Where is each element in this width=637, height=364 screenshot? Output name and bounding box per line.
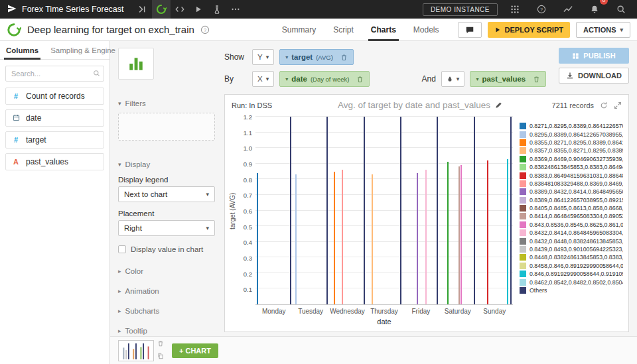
bar-slot (474, 117, 475, 304)
chevron-down-icon: ▾ (118, 100, 121, 107)
legend-item[interactable]: 0.8448,0.838248613845853,0.8383,0... (520, 253, 623, 261)
legend-item[interactable]: 0.8458,0.846,0.891929990058644,0.9... (520, 262, 623, 270)
flow-icon[interactable] (133, 0, 152, 19)
monitoring-trend-icon[interactable] (559, 0, 577, 19)
chart-thumbnail[interactable] (118, 340, 154, 361)
x-axis-select[interactable]: X ▾ (252, 71, 274, 87)
lab-flask-icon[interactable] (208, 0, 226, 19)
bar[interactable] (326, 117, 328, 304)
column-item-past-values[interactable]: Apast_values (5, 153, 104, 170)
tab-models[interactable]: Models (405, 19, 448, 41)
legend-item[interactable]: 0.8462,0.8542,0.8482,0.8502,0.8504,0... (520, 278, 623, 286)
tab-charts[interactable]: Charts (362, 19, 405, 41)
y-tick-label: 0.1 (244, 286, 252, 293)
legend-item[interactable]: Others (520, 286, 623, 294)
sidebar-tab-columns[interactable]: Columns (0, 41, 44, 59)
legend-item[interactable]: 0.838481083329488,0.8369,0.8469,... (520, 180, 623, 188)
bar[interactable] (437, 117, 438, 304)
refresh-icon[interactable] (600, 101, 608, 109)
legend-item[interactable]: 0.8369,0.8469,0.904690632735939,0... (520, 155, 623, 163)
download-button[interactable]: DOWNLOAD (559, 68, 629, 84)
search-input[interactable] (5, 66, 104, 82)
home-link[interactable]: Forex Time Series Forecast (7, 3, 124, 16)
apps-waffle-icon[interactable] (506, 0, 524, 19)
legend-item[interactable]: 0.8432,0.8448,0.838248613845853,0... (520, 237, 623, 245)
bar[interactable] (400, 117, 401, 304)
bar-group-tuesday (292, 117, 328, 304)
display-value-checkbox[interactable] (118, 245, 126, 253)
chevron-right-icon: ▸ (118, 308, 121, 314)
x-qualifier: (Day of week) (311, 76, 350, 83)
y-axis-title: target (AVG) (228, 117, 238, 305)
trash-icon[interactable] (157, 339, 164, 349)
legend-swatch (520, 246, 526, 253)
y-axis-select[interactable]: Y ▾ (252, 49, 274, 65)
bar[interactable] (364, 117, 365, 304)
deploy-script-button[interactable]: DEPLOY SCRIPT (488, 22, 570, 38)
tab-summary[interactable]: Summary (273, 19, 324, 41)
legend-label: 0.8462,0.8542,0.8482,0.8502,0.8504,0... (530, 279, 623, 286)
legend-item[interactable]: 0.8383,0.864948159631031,0.886488... (520, 171, 623, 179)
recipe-swirl-icon[interactable] (152, 0, 171, 19)
more-icon[interactable] (226, 0, 245, 19)
sidebar-tab-sampling-engine[interactable]: Sampling & Engine (44, 41, 121, 59)
tab-script[interactable]: Script (324, 19, 362, 41)
section-subcharts[interactable]: ▸Subcharts (118, 301, 215, 321)
filters-dropzone[interactable] (118, 113, 215, 141)
legend-label: 0.8369,0.8469,0.904690632735939,0... (530, 156, 623, 162)
x-dimension-chip[interactable]: ▾ date (Day of week) (279, 71, 370, 87)
section-animation[interactable]: ▸Animation (118, 281, 215, 301)
trash-icon[interactable] (340, 54, 348, 61)
column-item-date[interactable]: date (5, 109, 104, 127)
notifications-bell-icon[interactable]: 0 (585, 0, 604, 19)
legend-item[interactable]: 0.8405,0.8485,0.8613,0.858,0.8668,0... (520, 204, 623, 212)
legend-item[interactable]: 0.8295,0.8389,0.864122657038955,0... (520, 130, 623, 138)
section-label: Tooltip (125, 327, 147, 335)
y-measure-chip[interactable]: ▾ target (AVG) (279, 49, 354, 65)
discussions-button[interactable] (458, 22, 482, 38)
legend-item[interactable]: 0.8439,0.8493,0.901005694225323,0... (520, 245, 623, 253)
dss-swirl-logo (7, 23, 21, 37)
bar[interactable] (290, 117, 291, 304)
legend-item[interactable]: 0.8414,0.864845965083304,0.890530... (520, 212, 623, 220)
legend-item[interactable]: 0.846,0.891929990058644,0.919109... (520, 270, 623, 278)
y-field-name: target (291, 53, 313, 61)
color-dimension-select[interactable]: ▾ (441, 71, 465, 87)
legend-item[interactable]: 0.838248613845853,0.8383,0.864948... (520, 163, 623, 171)
legend-item[interactable]: 0.843,0.8536,0.8545,0.8625,0.861,0.9... (520, 221, 623, 229)
duplicate-icon[interactable] (157, 352, 164, 361)
legend-item[interactable]: 0.8357,0.8355,0.8271,0.8295,0.8389,0... (520, 147, 623, 154)
filters-section-header[interactable]: ▾ Filters (118, 99, 215, 107)
demo-instance-button[interactable]: DEMO INSTANCE (423, 3, 498, 16)
bar[interactable] (510, 117, 512, 304)
column-item-count-of-records[interactable]: #Count of records (5, 88, 104, 105)
placement-select[interactable]: Right ▾ (118, 220, 215, 236)
display-section-header[interactable]: ▾ Display (118, 160, 215, 168)
column-item-target[interactable]: #target (5, 131, 104, 149)
edit-title-pencil-icon[interactable] (495, 101, 502, 109)
chart-type-picker[interactable] (118, 48, 154, 80)
legend-item[interactable]: 0.8389,0.8432,0.8414,0.86484956508... (520, 188, 623, 196)
section-color[interactable]: ▸Color (118, 261, 215, 281)
actions-button[interactable]: ACTIONS ▾ (576, 22, 630, 38)
columns-sidebar: ColumnsSampling & Engine #Count of recor… (0, 41, 110, 364)
recipe-info-icon[interactable] (200, 25, 210, 34)
bar[interactable] (474, 117, 475, 304)
legend-item[interactable]: 0.8432,0.8414,0.864845965083304,0... (520, 229, 623, 237)
project-name[interactable]: Forex Time Series Forecast (22, 5, 124, 14)
add-chart-button[interactable]: + CHART (172, 343, 218, 358)
expand-icon[interactable] (614, 101, 622, 109)
color-dimension-chip[interactable]: ▾ past_values (470, 71, 546, 87)
legend-item[interactable]: 0.8355,0.8271,0.8295,0.8389,0.86412... (520, 139, 623, 147)
trash-icon[interactable] (533, 76, 540, 83)
jobs-play-icon[interactable] (189, 0, 208, 19)
legend-item[interactable]: 0.8271,0.8295,0.8389,0.86412265703... (520, 122, 623, 130)
display-legend-select[interactable]: Next to chart ▾ (118, 186, 215, 202)
display-value-checkbox-row[interactable]: Display value in chart (118, 245, 215, 253)
code-notebooks-icon[interactable] (171, 0, 189, 19)
trash-icon[interactable] (356, 76, 364, 83)
help-icon[interactable] (532, 0, 551, 19)
publish-button[interactable]: PUBLISH (559, 48, 629, 64)
legend-item[interactable]: 0.8389,0.864122657038955,0.892154... (520, 196, 623, 204)
search-icon[interactable] (612, 0, 630, 19)
